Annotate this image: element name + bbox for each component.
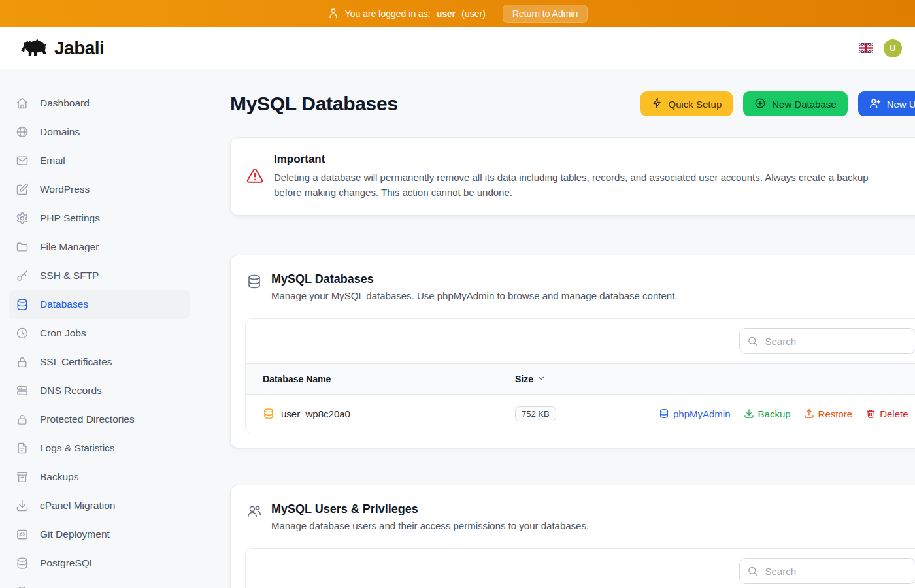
- sidebar-item-label: Logs & Statistics: [40, 442, 115, 454]
- sidebar-item-domains[interactable]: Domains: [9, 118, 190, 146]
- database-name: user_wp8c20a0: [281, 408, 350, 419]
- delete-link[interactable]: Delete: [865, 408, 908, 419]
- trash-icon: [865, 408, 876, 419]
- database-icon: [16, 298, 29, 311]
- backup-link[interactable]: Backup: [744, 408, 791, 419]
- sidebar-item-label: DNS Records: [40, 385, 102, 397]
- sidebar-item-backups[interactable]: Backups: [9, 463, 190, 491]
- database-row-icon: [263, 408, 274, 419]
- quick-setup-button[interactable]: Quick Setup: [640, 91, 733, 116]
- app-header: Jabali U: [0, 27, 915, 69]
- sidebar-item-label: Domains: [40, 126, 80, 138]
- sidebar-item-git-deployment[interactable]: Git Deployment: [9, 520, 190, 549]
- brand-name: Jabali: [54, 38, 104, 59]
- important-warning-card: Important Deleting a database will perma…: [230, 137, 915, 216]
- section-title: MySQL Users & Privileges: [271, 502, 589, 516]
- code-icon: [16, 528, 29, 541]
- sidebar-item-protected-directories[interactable]: Protected Directories: [9, 405, 190, 434]
- uk-flag-icon[interactable]: [859, 43, 873, 53]
- sidebar-item-label: Dashboard: [40, 97, 90, 109]
- sidebar-item-label: WordPress: [40, 184, 90, 195]
- globe-icon: [16, 125, 29, 139]
- databases-search-input[interactable]: [739, 328, 915, 354]
- section-description: Manage your MySQL databases. Use phpMyAd…: [271, 290, 677, 301]
- database-icon: [659, 408, 669, 419]
- section-description: Manage database users and their access p…: [271, 520, 589, 531]
- sidebar-item-ssl-certificates[interactable]: SSL Certificates: [9, 348, 190, 376]
- return-to-admin-button[interactable]: Return to Admin: [503, 5, 588, 23]
- logged-in-prefix: You are logged in as:: [345, 8, 431, 19]
- sidebar-item-file-manager[interactable]: File Manager: [9, 233, 190, 261]
- sidebar-item-databases[interactable]: Databases: [9, 290, 190, 319]
- sidebar-item-dns-records[interactable]: DNS Records: [9, 376, 190, 405]
- mail-icon: [16, 154, 29, 167]
- page-title: MySQL Databases: [230, 93, 398, 115]
- database-section-icon: [246, 274, 262, 301]
- main-content: MySQL Databases Quick Setup New Database…: [199, 69, 915, 588]
- mysql-databases-card: MySQL Databases Manage your MySQL databa…: [230, 255, 915, 448]
- file-text-icon: [16, 442, 29, 455]
- page-actions: Quick Setup New Database New User: [640, 91, 915, 116]
- users-search: [739, 558, 915, 584]
- sidebar-item-label: PHP Settings: [40, 212, 100, 224]
- database-row: user_wp8c20a0 752 KB phpMyAdmin Backup: [246, 395, 915, 433]
- header-right: U: [859, 39, 902, 57]
- person-icon: [327, 7, 339, 21]
- sidebar-item-label: Git Deployment: [40, 529, 110, 540]
- sidebar-item-php-settings[interactable]: PHP Settings: [9, 204, 190, 233]
- sidebar-item-label: SSL Certificates: [40, 356, 112, 368]
- users-section-icon: [246, 504, 262, 531]
- sidebar-item-dashboard[interactable]: Dashboard: [9, 89, 190, 118]
- clock-icon: [16, 327, 29, 340]
- databases-search: [739, 328, 915, 354]
- server-icon: [16, 384, 29, 397]
- sidebar-item-label: Cron Jobs: [40, 327, 86, 339]
- download-icon: [744, 408, 754, 419]
- sidebar-item-label: PostgreSQL: [40, 557, 95, 569]
- sidebar-item-label: Email: [40, 155, 65, 167]
- folder-icon: [16, 240, 29, 253]
- plus-circle-icon: [754, 97, 766, 111]
- user-avatar[interactable]: U: [884, 39, 902, 57]
- home-icon: [16, 97, 29, 110]
- upload-icon: [804, 408, 814, 419]
- sidebar-item-wordpress[interactable]: WordPress: [9, 175, 190, 204]
- warning-title: Important: [274, 153, 882, 166]
- new-database-button[interactable]: New Database: [743, 91, 847, 116]
- admin-session-bar: You are logged in as: user (user) Return…: [0, 0, 915, 27]
- sidebar-item-ssh-sftp[interactable]: SSH & SFTP: [9, 261, 190, 290]
- databases-table: Database Name Size user_wp8c20a0 752 KB: [245, 318, 915, 433]
- sidebar-item-logs-statistics[interactable]: Logs & Statistics: [9, 434, 190, 463]
- sidebar-item-cpanel-migration[interactable]: cPanel Migration: [9, 491, 190, 520]
- download-icon: [16, 499, 29, 512]
- database-size-badge: 752 KB: [515, 406, 556, 421]
- sidebar-item-email[interactable]: Email: [9, 146, 190, 175]
- chevron-down-icon: [537, 374, 546, 385]
- sidebar-nav: Dashboard Domains Email WordPress PHP Se…: [0, 69, 199, 588]
- column-database-name: Database Name: [263, 374, 515, 384]
- user-plus-icon: [869, 97, 881, 111]
- sidebar-item-cron-jobs[interactable]: Cron Jobs: [9, 319, 190, 348]
- warthog-logo-icon: [20, 36, 48, 61]
- lock-icon: [16, 413, 29, 426]
- edit-icon: [16, 183, 29, 196]
- warning-body: Deleting a database will permanently rem…: [274, 171, 882, 200]
- restore-link[interactable]: Restore: [804, 408, 853, 419]
- brand-logo[interactable]: Jabali: [20, 36, 104, 61]
- column-size-sort[interactable]: Size: [515, 374, 659, 385]
- section-title: MySQL Databases: [271, 272, 677, 286]
- users-table: User Database Privileges: [245, 548, 915, 588]
- archive-icon: [16, 470, 29, 483]
- sidebar-item-label: Databases: [40, 299, 88, 310]
- key-icon: [16, 269, 29, 282]
- database-icon: [16, 557, 29, 570]
- users-search-input[interactable]: [739, 558, 915, 584]
- logged-in-role: (user): [461, 8, 486, 19]
- sidebar-item-partial[interactable]: [9, 578, 190, 588]
- sidebar-item-postgresql[interactable]: PostgreSQL: [9, 549, 190, 578]
- sidebar-item-label: Protected Directories: [40, 414, 135, 425]
- new-user-button[interactable]: New User: [858, 91, 915, 116]
- warning-triangle-icon: [246, 167, 263, 200]
- phpmyadmin-link[interactable]: phpMyAdmin: [659, 408, 731, 419]
- mysql-users-card: MySQL Users & Privileges Manage database…: [230, 485, 915, 588]
